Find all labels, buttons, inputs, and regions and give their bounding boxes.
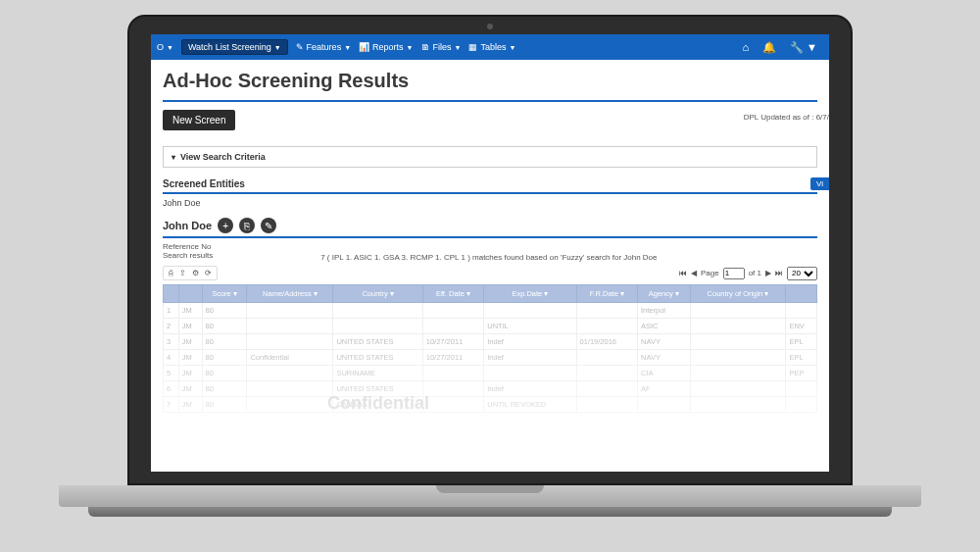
table-cell <box>690 334 786 350</box>
table-row[interactable]: 3JM80UNITED STATES10/27/2011Indef01/19/2… <box>164 334 817 350</box>
caret-icon: ▼ <box>274 44 281 51</box>
table-header[interactable]: Agency ▾ <box>638 285 690 303</box>
divider <box>163 100 817 102</box>
add-icon[interactable]: + <box>218 218 233 233</box>
pencil-icon: ✎ <box>296 42 304 52</box>
wrench-icon[interactable]: 🔧 ▼ <box>790 41 817 54</box>
brand-menu[interactable]: O ▼ <box>157 42 173 52</box>
table-cell <box>576 319 638 334</box>
table-cell <box>576 366 638 381</box>
page-label: Page <box>701 269 719 277</box>
table-icon: ▦ <box>468 42 477 52</box>
nav-watch-list-screening[interactable]: Watch List Screening ▼ <box>181 39 288 55</box>
reference-no-label: Reference No <box>163 242 817 251</box>
nav-label: Tables <box>480 42 506 52</box>
table-cell: JM <box>178 397 202 413</box>
table-cell <box>690 319 786 334</box>
table-cell: SURINAME <box>333 366 422 381</box>
table-cell: 7 <box>164 397 179 413</box>
export-icon[interactable]: ⎙ <box>169 269 173 277</box>
table-cell <box>690 303 786 319</box>
table-cell: Confidential <box>247 350 333 366</box>
table-cell: 80 <box>202 366 247 381</box>
table-cell <box>690 350 786 366</box>
table-cell <box>576 303 638 319</box>
view-search-criteria-toggle[interactable]: ▾ View Search Criteria <box>163 146 817 168</box>
table-row[interactable]: 5JM80SURINAMECIAPEP <box>164 366 817 381</box>
table-cell: 3 <box>164 334 179 350</box>
table-header[interactable]: Score ▾ <box>202 285 247 303</box>
nav-features[interactable]: ✎ Features ▼ <box>296 42 351 52</box>
new-screen-button[interactable]: New Screen <box>163 110 235 130</box>
page-of: of 1 <box>749 269 761 277</box>
nav-files[interactable]: 🗎 Files ▼ <box>421 42 462 52</box>
nav-reports[interactable]: 📊 Reports ▼ <box>359 42 413 52</box>
table-cell <box>333 319 422 334</box>
table-cell: PEP <box>786 366 817 381</box>
table-cell <box>247 381 333 397</box>
table-header[interactable]: Name/Address ▾ <box>247 285 333 303</box>
settings-icon[interactable]: ⚙ <box>192 269 199 277</box>
table-cell: JM <box>178 334 202 350</box>
table-header[interactable] <box>164 285 179 303</box>
table-cell: JM <box>178 366 202 381</box>
table-header[interactable]: Country of Origin ▾ <box>690 285 786 303</box>
table-row[interactable]: 6JM80UNITED STATESIndefAF <box>164 381 817 397</box>
file-icon: 🗎 <box>421 42 430 52</box>
nav-label: Files <box>433 42 452 52</box>
table-cell: ASIC <box>638 319 690 334</box>
table-header[interactable] <box>786 285 817 303</box>
page-size-select[interactable]: 20 <box>787 267 817 280</box>
table-cell: NAVY <box>638 350 690 366</box>
table-cell: CANADA <box>333 397 422 413</box>
table-cell <box>422 366 484 381</box>
table-cell <box>422 319 484 334</box>
entity-list-item[interactable]: John Doe <box>163 194 817 212</box>
table-cell: 80 <box>202 319 247 334</box>
chevron-down-icon: ▾ <box>172 153 175 162</box>
table-row[interactable]: 2JM80UNTILASICENV <box>164 319 817 334</box>
table-cell <box>690 381 786 397</box>
table-header[interactable]: Country ▾ <box>333 285 422 303</box>
table-cell <box>690 366 786 381</box>
table-cell <box>638 397 690 413</box>
view-button[interactable]: Vi <box>810 177 829 190</box>
laptop-foot <box>88 507 892 517</box>
prev-page-icon[interactable]: ◀ <box>691 269 697 277</box>
table-cell: 4 <box>164 350 179 366</box>
caret-icon: ▼ <box>167 44 173 51</box>
next-page-icon[interactable]: ▶ <box>765 269 771 277</box>
last-page-icon[interactable]: ⏭ <box>775 269 783 277</box>
table-cell <box>690 397 786 413</box>
caret-icon: ▼ <box>455 44 462 51</box>
page-input[interactable] <box>723 268 745 279</box>
table-cell: Indef <box>484 334 576 350</box>
table-cell: 5 <box>164 366 179 381</box>
nav-tables[interactable]: ▦ Tables ▼ <box>468 42 515 52</box>
table-cell: 10/27/2011 <box>422 350 484 366</box>
share-icon[interactable]: ⇪ <box>179 269 186 277</box>
table-cell: Indef <box>484 381 576 397</box>
table-cell: ENV <box>786 319 817 334</box>
chart-icon: 📊 <box>359 42 369 52</box>
refresh-icon[interactable]: ⟳ <box>205 269 212 277</box>
copy-icon[interactable]: ⎘ <box>239 218 255 233</box>
table-header[interactable]: Eff. Date ▾ <box>422 285 484 303</box>
caret-icon: ▼ <box>344 44 351 51</box>
table-cell <box>422 303 484 319</box>
table-header[interactable] <box>178 285 202 303</box>
table-row[interactable]: 4JM80ConfidentialUNITED STATES10/27/2011… <box>164 350 817 366</box>
table-cell: 01/19/2016 <box>576 334 638 350</box>
table-header[interactable]: F.R.Date ▾ <box>576 285 638 303</box>
home-icon[interactable]: ⌂ <box>742 41 749 53</box>
table-cell <box>247 334 333 350</box>
tag-icon[interactable]: ✎ <box>261 218 276 233</box>
table-row[interactable]: 7JM80CANADAUNTIL REVOKED <box>164 397 817 413</box>
table-cell: 2 <box>164 319 179 334</box>
table-cell <box>247 397 333 413</box>
bell-icon[interactable]: 🔔 <box>762 41 776 54</box>
table-header[interactable]: Exp.Date ▾ <box>484 285 576 303</box>
table-cell: JM <box>178 319 202 334</box>
first-page-icon[interactable]: ⏮ <box>679 269 687 277</box>
table-row[interactable]: 1JM80Interpol <box>164 303 817 319</box>
